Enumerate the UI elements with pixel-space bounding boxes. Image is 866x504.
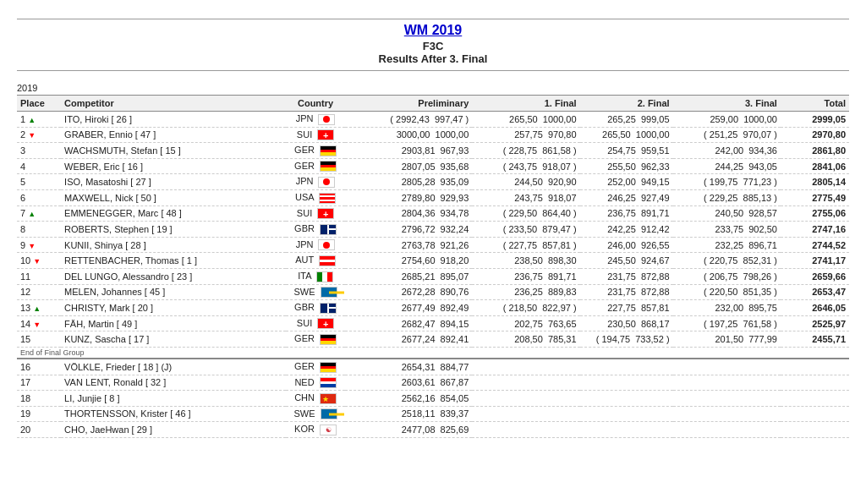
preliminary-cell: 3000,00 1000,00 [345, 127, 472, 143]
flag-sui-icon [317, 208, 334, 219]
final3-cell: ( 206,75 798,26 ) [673, 268, 781, 284]
flag-ita-icon [316, 271, 333, 282]
competitor-cell: CHRISTY, Mark [ 20 ] [61, 300, 286, 316]
competitor-cell: ISO, Masatoshi [ 27 ] [61, 174, 286, 190]
final1-cell [472, 375, 579, 391]
table-row: 18 LI, Junjie [ 8 ] CHN 2562,16 854,05 [17, 391, 849, 407]
country-cell: JPN [286, 237, 344, 253]
place-cell: 12 [17, 284, 61, 300]
competitor-cell: THORTENSSON, Krister [ 46 ] [61, 406, 286, 422]
flag-swe-icon [321, 287, 337, 298]
trend-down-icon: ▼ [28, 242, 36, 250]
flag-ger-icon [320, 145, 337, 156]
preliminary-cell: 2805,28 935,09 [345, 174, 472, 190]
final1-cell: ( 233,50 879,47 ) [472, 222, 579, 238]
trend-down-icon: ▼ [28, 131, 36, 140]
place-cell: 19 [17, 406, 61, 422]
final1-cell: 202,75 763,65 [472, 315, 579, 331]
country-cell: AUT [286, 253, 344, 269]
table-row: 20 CHO, JaeHwan [ 29 ] KOR 2477,08 825,6… [17, 422, 849, 438]
final2-cell: 227,75 857,81 [580, 300, 673, 316]
preliminary-cell: 2789,80 929,93 [345, 189, 472, 205]
col-country: Country [286, 96, 344, 112]
total-cell [781, 406, 849, 422]
flag-chn-icon [320, 393, 337, 404]
flag-ger-icon [320, 161, 337, 172]
place-cell: 9 ▼ [17, 237, 61, 253]
competitor-cell: FÄH, Martin [ 49 ] [61, 315, 286, 331]
final3-cell: ( 220,50 851,35 ) [673, 284, 781, 300]
total-cell: 2659,66 [781, 268, 849, 284]
main-page: WM 2019 F3C Results After 3. Final 2019 … [0, 0, 866, 446]
place-cell: 17 [17, 375, 61, 391]
preliminary-cell: 2796,72 932,24 [345, 222, 472, 238]
final3-cell: ( 251,25 970,07 ) [673, 127, 781, 143]
preliminary-cell: 2562,16 854,05 [345, 391, 472, 407]
flag-gbr-icon [320, 224, 337, 235]
subtitle2: Results After 3. Final [17, 52, 849, 65]
country-cell: JPN [286, 112, 344, 128]
flag-ger-icon [320, 362, 337, 373]
total-cell [781, 422, 849, 438]
total-cell: 2861,80 [781, 143, 849, 159]
preliminary-cell: 2685,21 895,07 [345, 268, 472, 284]
flag-sui-icon [317, 318, 334, 329]
final2-cell: 231,75 872,88 [580, 268, 673, 284]
place-cell: 5 [17, 174, 61, 190]
trend-up-icon: ▲ [28, 210, 36, 218]
country-cell: GBR [286, 300, 344, 316]
final2-cell: 245,50 924,67 [580, 253, 673, 269]
final2-cell [580, 406, 673, 422]
main-title: WM 2019 [17, 23, 849, 38]
preliminary-cell: 2477,08 825,69 [345, 422, 472, 438]
year-label: 2019 [17, 83, 849, 93]
country-cell: SUI [286, 205, 344, 222]
table-row: 1 ▲ ITO, Hiroki [ 26 ] JPN ( 2992,43 997… [17, 112, 849, 128]
table-row: 17 VAN LENT, Ronald [ 32 ] NED 2603,61 8… [17, 375, 849, 391]
final1-cell [472, 359, 579, 375]
preliminary-cell: 2672,28 890,76 [345, 284, 472, 300]
place-cell: 15 [17, 331, 61, 348]
table-row: 3 WACHSMUTH, Stefan [ 15 ] GER 2903,81 9… [17, 143, 849, 159]
final2-cell: 254,75 959,51 [580, 143, 673, 159]
final3-cell: 233,75 902,50 [673, 222, 781, 238]
table-row: 14 ▼ FÄH, Martin [ 49 ] SUI 2682,47 894,… [17, 315, 849, 331]
final1-cell: ( 218,50 822,97 ) [472, 300, 579, 316]
final1-cell: 208,50 785,31 [472, 331, 579, 348]
competitor-cell: WACHSMUTH, Stefan [ 15 ] [61, 143, 286, 159]
table-row: 8 ROBERTS, Stephen [ 19 ] GBR 2796,72 93… [17, 222, 849, 238]
table-row: 11 DEL LUNGO, Alessandro [ 23 ] ITA 2685… [17, 268, 849, 284]
country-cell: GER [286, 158, 344, 174]
country-cell: JPN [286, 174, 344, 190]
preliminary-cell: 2763,78 921,26 [345, 237, 472, 253]
final2-cell: 265,25 999,05 [580, 112, 673, 128]
table-row: 4 WEBER, Eric [ 16 ] GER 2807,05 935,68 … [17, 158, 849, 174]
total-cell: 2646,05 [781, 300, 849, 316]
trend-down-icon: ▼ [33, 257, 41, 266]
title-section: WM 2019 F3C Results After 3. Final [17, 8, 849, 78]
place-cell: 8 [17, 222, 61, 238]
final2-cell: 246,00 926,55 [580, 237, 673, 253]
table-row: 15 KUNZ, Sascha [ 17 ] GER 2677,24 892,4… [17, 331, 849, 348]
total-cell [781, 391, 849, 407]
final2-cell: 230,50 868,17 [580, 315, 673, 331]
final2-cell: 242,25 912,42 [580, 222, 673, 238]
place-cell: 16 [17, 359, 61, 375]
total-cell: 2805,14 [781, 174, 849, 190]
total-cell: 2653,47 [781, 284, 849, 300]
final3-cell: 201,50 777,99 [673, 331, 781, 348]
preliminary-cell: 2754,60 918,20 [345, 253, 472, 269]
country-cell: GER [286, 143, 344, 159]
total-cell: 2755,06 [781, 205, 849, 222]
flag-kor-icon [320, 425, 337, 436]
preliminary-cell: 2603,61 867,87 [345, 375, 472, 391]
final1-cell [472, 406, 579, 422]
preliminary-cell: 2654,31 884,77 [345, 359, 472, 375]
final2-cell: 265,50 1000,00 [580, 127, 673, 143]
results-table: Place Competitor Country Preliminary 1. … [17, 95, 849, 438]
total-cell: 2741,17 [781, 253, 849, 269]
trend-up-icon: ▲ [33, 304, 41, 313]
competitor-cell: CHO, JaeHwan [ 29 ] [61, 422, 286, 438]
preliminary-cell: ( 2992,43 997,47 ) [345, 112, 472, 128]
final3-cell [673, 359, 781, 375]
